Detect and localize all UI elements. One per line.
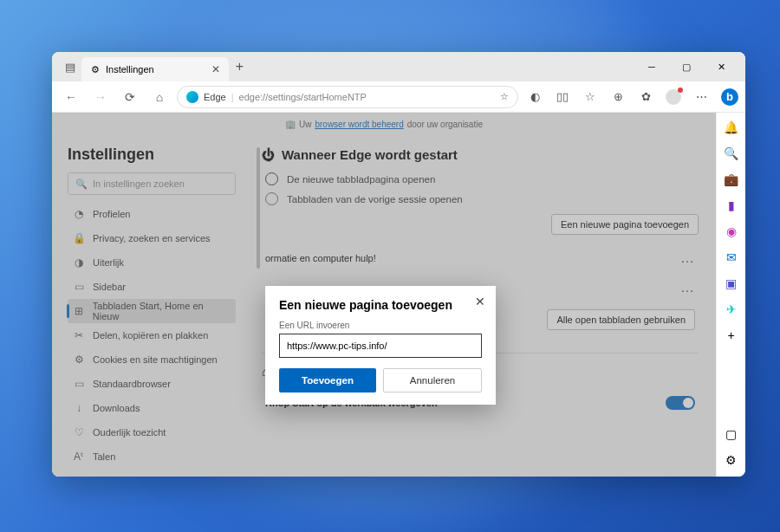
cancel-button[interactable]: Annuleren <box>383 368 482 393</box>
app2-icon[interactable]: ◉ <box>722 222 741 241</box>
add-button[interactable]: Toevoegen <box>279 368 376 393</box>
refresh-button[interactable]: ⟳ <box>118 85 142 109</box>
panel-icon[interactable]: ▢ <box>722 425 741 444</box>
address-bar: ← → ⟳ ⌂ Edge | edge://settings/startHome… <box>52 81 745 113</box>
app3-icon[interactable]: ▣ <box>722 274 741 293</box>
forward-button[interactable]: → <box>88 85 113 109</box>
browser-window: ▤ ⚙ Instellingen ✕ + ─ ▢ ✕ ← → ⟳ ⌂ Edge … <box>52 52 745 477</box>
dialog-close-icon[interactable]: ✕ <box>475 295 485 308</box>
close-tab-icon[interactable]: ✕ <box>211 63 220 75</box>
favorites-icon[interactable]: ☆ <box>579 86 601 108</box>
briefcase-icon[interactable]: 💼 <box>722 170 741 189</box>
edge-icon <box>186 91 198 103</box>
tab-actions-icon[interactable]: ▤ <box>59 55 81 78</box>
url-input[interactable] <box>279 334 482 358</box>
bell-icon[interactable]: 🔔 <box>722 118 741 137</box>
close-window-button[interactable]: ✕ <box>704 52 738 81</box>
home-button[interactable]: ⌂ <box>147 85 172 109</box>
tab-title: Instellingen <box>106 64 154 75</box>
add-page-dialog: ✕ Een nieuwe pagina toevoegen Een URL in… <box>265 286 496 405</box>
star-icon[interactable]: ☆ <box>500 91 509 102</box>
search-icon[interactable]: 🔍 <box>722 144 741 163</box>
new-tab-button[interactable]: + <box>236 59 244 75</box>
back-button[interactable]: ← <box>59 85 83 109</box>
dialog-title: Een nieuwe pagina toevoegen <box>279 298 482 312</box>
tracking-icon[interactable]: ◐ <box>523 86 546 108</box>
extensions-icon[interactable]: ✿ <box>634 86 657 108</box>
app1-icon[interactable]: ▮ <box>722 196 741 215</box>
url-field[interactable]: Edge | edge://settings/startHomeNTP ☆ <box>177 86 518 108</box>
add-icon[interactable]: + <box>722 326 741 345</box>
url-text: edge://settings/startHomeNTP <box>239 92 367 102</box>
url-prefix: Edge <box>204 92 226 102</box>
browser-tab[interactable]: ⚙ Instellingen ✕ <box>81 57 229 81</box>
dialog-label: Een URL invoeren <box>279 321 482 330</box>
bing-icon[interactable]: b <box>721 88 738 106</box>
gear-icon: ⚙ <box>90 64 101 75</box>
collections-icon[interactable]: ⊕ <box>607 86 629 108</box>
more-icon[interactable]: ⋯ <box>690 86 712 108</box>
outlook-icon[interactable]: ✉ <box>722 248 741 267</box>
send-icon[interactable]: ✈ <box>722 300 741 319</box>
split-icon[interactable]: ▯▯ <box>551 86 574 108</box>
avatar[interactable] <box>662 86 685 108</box>
titlebar: ▤ ⚙ Instellingen ✕ + ─ ▢ ✕ <box>52 52 745 81</box>
settings-gear-icon[interactable]: ⚙ <box>722 451 741 470</box>
minimize-button[interactable]: ─ <box>634 52 669 81</box>
maximize-button[interactable]: ▢ <box>669 52 704 81</box>
right-sidebar: 🔔 🔍 💼 ▮ ◉ ✉ ▣ ✈ + ▢ ⚙ <box>716 113 745 477</box>
